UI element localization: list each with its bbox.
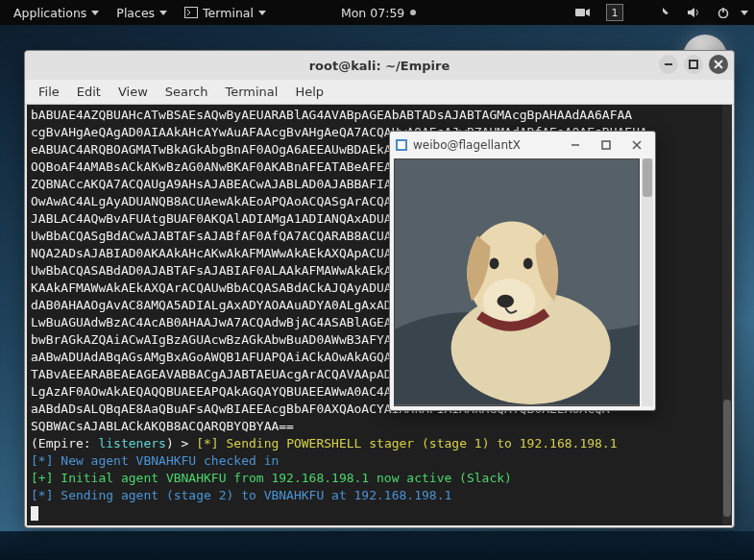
svg-point-18 [497, 295, 514, 308]
menu-search-label: Search [165, 85, 208, 99]
image-viewer-canvas [394, 158, 640, 406]
menu-help-label: Help [295, 85, 324, 99]
cursor-icon [31, 506, 38, 521]
chevron-down-icon [91, 11, 99, 15]
chevron-down-icon [159, 11, 167, 15]
topbar-left: Applications Places Terminal Mon 07:59 [6, 3, 424, 23]
clock-label: Mon 07:59 [341, 6, 404, 20]
menu-file[interactable]: File [31, 82, 67, 102]
scrollbar-thumb[interactable] [643, 158, 652, 197]
terminal-line: bABUAE4AZQBUAHcATwBSAEsAQwByAEUARABlAG4A… [31, 107, 728, 124]
topbar-right: 1 [568, 4, 748, 21]
volume-icon[interactable] [679, 4, 708, 21]
menu-places-label: Places [116, 6, 155, 20]
maximize-button[interactable] [684, 55, 703, 74]
scrollbar-thumb[interactable] [723, 400, 731, 518]
svg-rect-9 [398, 141, 405, 149]
record-icon[interactable] [568, 4, 598, 21]
wallpaper-sea [0, 531, 754, 560]
svg-rect-0 [185, 8, 198, 18]
window-controls [659, 55, 728, 74]
power-icon[interactable] [710, 4, 737, 21]
close-button[interactable] [709, 55, 728, 74]
terminal-line: SQBWACsAJABLACkAKQB8ACQARQBYQBYAA== [31, 418, 728, 435]
terminal-titlebar[interactable]: root@kali: ~/Empire [25, 51, 734, 80]
chevron-down-icon [741, 11, 748, 15]
image-viewer-window: weibo@flagellantX [389, 131, 656, 411]
terminal-icon [184, 7, 198, 18]
terminal-menubar: File Edit View Search Terminal Help [25, 80, 734, 105]
workspace-indicator[interactable]: 1 [606, 4, 623, 21]
menu-terminal-app-label: Terminal [225, 85, 278, 99]
workspace-number: 1 [612, 7, 619, 19]
close-button[interactable] [624, 135, 649, 155]
notification-dot-icon [410, 10, 416, 15]
svg-point-20 [523, 258, 533, 270]
minimize-button[interactable] [563, 135, 588, 155]
terminal-cursor-line [31, 504, 728, 522]
terminal-line: (Empire: listeners) > [*] Sending POWERS… [31, 435, 728, 452]
gnome-topbar: Applications Places Terminal Mon 07:59 1 [0, 0, 754, 25]
menu-applications-label: Applications [13, 6, 86, 20]
clock[interactable]: Mon 07:59 [333, 3, 424, 23]
menu-view[interactable]: View [110, 82, 156, 102]
chevron-down-icon [258, 11, 266, 15]
terminal-line: [+] Initial agent VBNAHKFU from 192.168.… [31, 470, 728, 487]
thumbtack-icon[interactable] [650, 4, 677, 21]
svg-rect-11 [602, 141, 610, 149]
terminal-line: [*] Sending agent (stage 2) to VBNAHKFU … [31, 487, 728, 504]
terminal-line: [*] New agent VBNAHKFU checked in [31, 452, 728, 470]
menu-places[interactable]: Places [109, 3, 175, 23]
image-viewer-titlebar[interactable]: weibo@flagellantX [390, 132, 655, 158]
svg-point-19 [490, 258, 499, 270]
menu-edit[interactable]: Edit [69, 82, 109, 102]
menu-applications[interactable]: Applications [6, 3, 107, 23]
svg-rect-5 [690, 61, 697, 68]
terminal-title: root@kali: ~/Empire [309, 59, 450, 73]
menu-help[interactable]: Help [287, 82, 331, 102]
image-viewer-scrollbar[interactable] [642, 158, 653, 406]
menu-terminal-label: Terminal [203, 6, 254, 20]
image-viewer-title: weibo@flagellantX [413, 138, 521, 152]
svg-rect-1 [575, 9, 585, 16]
menu-search[interactable]: Search [158, 82, 216, 102]
app-icon [396, 139, 407, 151]
minimize-button[interactable] [659, 55, 678, 74]
dog-photo [395, 159, 639, 405]
menu-terminal-app[interactable]: Terminal [217, 82, 285, 102]
menu-terminal[interactable]: Terminal [177, 3, 274, 23]
terminal-scrollbar[interactable] [722, 105, 732, 525]
menu-edit-label: Edit [77, 85, 101, 99]
maximize-button[interactable] [594, 135, 619, 155]
menu-file-label: File [38, 85, 60, 99]
menu-view-label: View [118, 85, 148, 99]
